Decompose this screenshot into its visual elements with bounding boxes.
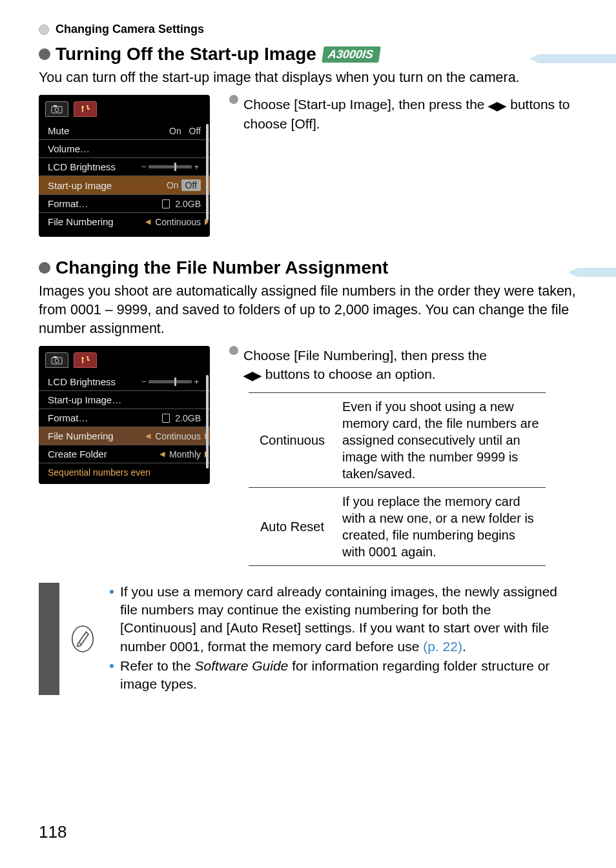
breadcrumb-dot-icon xyxy=(39,25,49,35)
disk-icon xyxy=(162,199,170,208)
section2-title: Changing the File Number Assignment xyxy=(56,257,388,278)
section2-step: Choose [File Numbering], then press the … xyxy=(229,346,577,385)
pencil-note-icon xyxy=(70,625,96,653)
heading-rule-icon xyxy=(539,54,616,63)
lcd2-row-startup: Start-up Image… xyxy=(39,391,210,409)
svg-rect-2 xyxy=(54,105,57,107)
table-row2-val: If you replace the memory card with a ne… xyxy=(336,487,546,565)
note2-guide-title: Software Guide xyxy=(195,658,289,673)
left-arrow-icon: ◀ xyxy=(145,217,150,226)
lcd-row-startup: Start-up Image On Off xyxy=(39,176,210,195)
lcd2-create-label: Create Folder xyxy=(48,449,107,459)
lcd2-format-label: Format… xyxy=(48,412,88,423)
note-bullet-2: Refer to the Software Guide for informat… xyxy=(110,657,571,694)
lcd-row-volume: Volume… xyxy=(39,140,210,158)
lcd-mute-off: Off xyxy=(189,126,201,136)
lcd2-row-createfolder: Create Folder ◀Monthly xyxy=(39,445,210,463)
lcd-tabs xyxy=(39,101,210,122)
lcd-startup-on: On xyxy=(167,180,179,190)
svg-point-6 xyxy=(72,626,93,652)
lcd2-format-value: 2.0GB xyxy=(175,413,201,423)
lcd2-filenum-label: File Numbering xyxy=(48,430,114,441)
lcd-screenshot-2: LCD Brightness −+ Start-up Image… Format… xyxy=(39,346,210,484)
table-row: Continuous Even if you shoot using a new… xyxy=(249,392,546,487)
table-row2-key: Auto Reset xyxy=(249,487,336,565)
section1-heading: Turning Off the Start-up Image A3000IS xyxy=(39,44,577,65)
section1-description: You can turn off the start-up image that… xyxy=(39,68,577,87)
lcd-filenum-label: File Numbering xyxy=(48,216,114,227)
camera-tab-icon xyxy=(45,352,68,368)
lcd-row-mute: Mute On Off xyxy=(39,122,210,140)
svg-point-4 xyxy=(55,359,59,363)
lcd-scrollbar-icon xyxy=(206,375,209,469)
lcd-brightness-label: LCD Brightness xyxy=(48,161,116,172)
section1-step-a: Choose [Start-up Image], then press the xyxy=(243,97,488,112)
section2-description: Images you shoot are automatically assig… xyxy=(39,282,577,338)
section1-title: Turning Off the Start-up Image xyxy=(56,44,316,65)
svg-rect-5 xyxy=(54,356,57,358)
breadcrumb: Changing Camera Settings xyxy=(39,23,577,36)
table-row: Auto Reset If you replace the memory car… xyxy=(249,487,546,565)
lcd-mute-on: On xyxy=(169,126,181,136)
lcd-row-filenumbering: File Numbering ◀Continuous xyxy=(39,213,210,230)
lcd2-footer-hint: Sequential numbers even xyxy=(39,463,210,478)
section1-step: Choose [Start-up Image], then press the … xyxy=(229,95,577,134)
left-arrow-icon: ◀ xyxy=(145,432,150,440)
camera-tab-icon xyxy=(45,101,68,117)
bullet-dot-icon xyxy=(110,590,114,594)
brightness-slider-icon: −+ xyxy=(139,165,201,170)
note-sidebar-icon xyxy=(39,583,59,695)
left-arrow-icon: ◀ xyxy=(159,450,165,458)
note1-text-end: . xyxy=(462,639,466,654)
tools-tab-icon xyxy=(74,352,97,368)
table-row1-val: Even if you shoot using a new memory car… xyxy=(336,392,546,487)
lcd-scrollbar-icon xyxy=(206,124,209,221)
note-bullet-1: If you use a memory card already contain… xyxy=(110,583,571,656)
lcd2-filenum-value: Continuous xyxy=(155,431,201,441)
lcd-volume-label: Volume… xyxy=(48,143,90,154)
options-table: Continuous Even if you shoot using a new… xyxy=(249,392,546,566)
heading-bullet-icon xyxy=(39,48,50,60)
lcd-startup-off: Off xyxy=(181,179,201,191)
svg-point-1 xyxy=(55,108,59,112)
lcd-filenum-value: Continuous xyxy=(155,217,201,227)
section2-step-a: Choose [File Numbering], then press the xyxy=(243,348,487,363)
lcd2-row-brightness: LCD Brightness −+ xyxy=(39,373,210,391)
page-number: 118 xyxy=(39,822,67,842)
lcd-screenshot-1: Mute On Off Volume… LCD Brightness −+ xyxy=(39,95,210,237)
heading-rule-icon xyxy=(577,268,616,277)
lcd-mute-label: Mute xyxy=(48,125,69,136)
lcd-format-value: 2.0GB xyxy=(175,199,201,209)
brightness-slider-icon: −+ xyxy=(139,379,201,385)
section2-heading: Changing the File Number Assignment xyxy=(39,257,577,278)
table-row1-key: Continuous xyxy=(249,392,336,487)
section2-step-b: buttons to choose an option. xyxy=(262,367,436,381)
note-block: If you use a memory card already contain… xyxy=(39,583,577,695)
lcd2-create-value: Monthly xyxy=(169,449,201,459)
model-badge: A3000IS xyxy=(322,46,381,63)
lcd-startup-label: Start-up Image xyxy=(48,180,112,191)
left-right-arrows-icon: ◀▶ xyxy=(488,99,506,112)
lcd2-brightness-label: LCD Brightness xyxy=(48,376,116,387)
breadcrumb-text: Changing Camera Settings xyxy=(56,23,204,36)
lcd-row-brightness: LCD Brightness −+ xyxy=(39,158,210,176)
lcd-tabs xyxy=(39,352,210,373)
lcd-format-label: Format… xyxy=(48,198,88,209)
disk-icon xyxy=(162,414,170,423)
note2-text-a: Refer to the xyxy=(120,658,195,673)
step-bullet-icon xyxy=(229,346,238,355)
lcd-row-format: Format… 2.0GB xyxy=(39,195,210,213)
note1-text-a: If you use a memory card already contain… xyxy=(120,584,557,654)
step-bullet-icon xyxy=(229,95,238,104)
lcd2-row-format: Format… 2.0GB xyxy=(39,409,210,427)
left-right-arrows-icon: ◀▶ xyxy=(243,369,262,382)
lcd2-startup-label: Start-up Image… xyxy=(48,394,121,405)
note1-page-link[interactable]: (p. 22) xyxy=(423,639,462,654)
lcd2-row-filenumbering: File Numbering ◀Continuous xyxy=(39,427,210,445)
heading-bullet-icon xyxy=(39,262,50,274)
tools-tab-icon xyxy=(74,101,97,117)
bullet-dot-icon xyxy=(110,664,114,668)
